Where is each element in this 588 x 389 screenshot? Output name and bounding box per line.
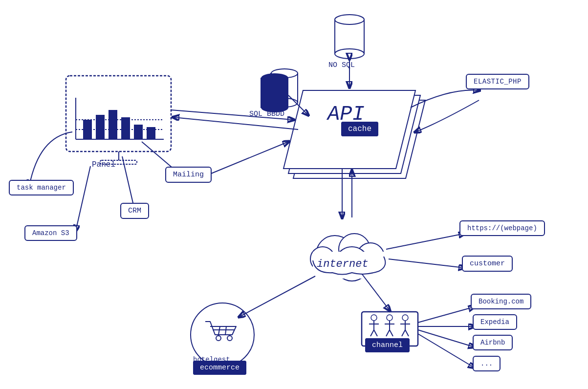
- ecommerce-badge: ecommerce: [193, 363, 246, 372]
- mailing-box: Mailing: [165, 170, 212, 179]
- nosql-label: NO SQL: [328, 61, 355, 69]
- svg-line-60: [76, 166, 90, 231]
- svg-line-66: [240, 276, 315, 317]
- svg-point-50: [227, 336, 232, 341]
- svg-rect-0: [335, 20, 364, 54]
- cache-badge: cache: [341, 125, 378, 133]
- svg-line-41: [390, 330, 393, 336]
- svg-line-63: [386, 234, 464, 249]
- task-manager-box: task manager: [9, 183, 74, 193]
- webpage-box: https://(webpage): [459, 224, 545, 233]
- svg-rect-21: [109, 110, 117, 139]
- svg-rect-19: [83, 120, 92, 139]
- customer-box: customer: [462, 259, 513, 268]
- svg-point-5: [271, 98, 298, 107]
- sql-label: SQL BBDD: [249, 110, 284, 118]
- svg-line-45: [402, 330, 405, 336]
- elastic-php-box: ELASTIC_PHP: [466, 77, 529, 86]
- svg-rect-20: [96, 115, 105, 139]
- svg-line-35: [370, 330, 374, 336]
- svg-line-46: [405, 330, 409, 336]
- svg-line-71: [205, 142, 288, 176]
- svg-line-65: [362, 274, 390, 310]
- svg-rect-23: [134, 125, 143, 139]
- crm-box: CRM: [120, 206, 149, 215]
- svg-rect-12: [66, 76, 171, 151]
- svg-line-36: [374, 330, 377, 336]
- svg-point-49: [216, 336, 221, 341]
- dots-box: ...: [473, 359, 501, 368]
- svg-rect-6: [261, 78, 288, 108]
- svg-line-51: [218, 326, 220, 335]
- svg-point-4: [271, 69, 298, 78]
- svg-rect-22: [121, 117, 130, 139]
- panel-label: Panel: [92, 160, 115, 169]
- channel-label: channel: [365, 341, 410, 349]
- svg-point-1: [335, 15, 364, 24]
- svg-rect-3: [271, 73, 298, 103]
- booking-box: Booking.com: [471, 297, 531, 306]
- svg-line-52: [225, 326, 226, 335]
- svg-line-56: [174, 117, 298, 130]
- svg-line-59: [122, 156, 134, 209]
- airbnb-box: Airbnb: [473, 338, 513, 347]
- svg-point-32: [371, 315, 377, 321]
- amazon-s3-box: Amazon S3: [24, 229, 77, 238]
- svg-point-42: [402, 315, 408, 321]
- internet-label: internet: [317, 258, 369, 270]
- svg-point-37: [387, 315, 392, 321]
- svg-rect-24: [147, 127, 155, 139]
- svg-line-67: [418, 307, 474, 323]
- svg-line-55: [288, 95, 308, 115]
- svg-line-64: [389, 259, 464, 268]
- expedia-box: Expedia: [473, 318, 517, 326]
- svg-point-2: [335, 49, 364, 59]
- svg-point-7: [261, 74, 288, 83]
- svg-line-40: [386, 330, 390, 336]
- svg-line-69: [418, 330, 474, 347]
- svg-line-70: [418, 334, 474, 367]
